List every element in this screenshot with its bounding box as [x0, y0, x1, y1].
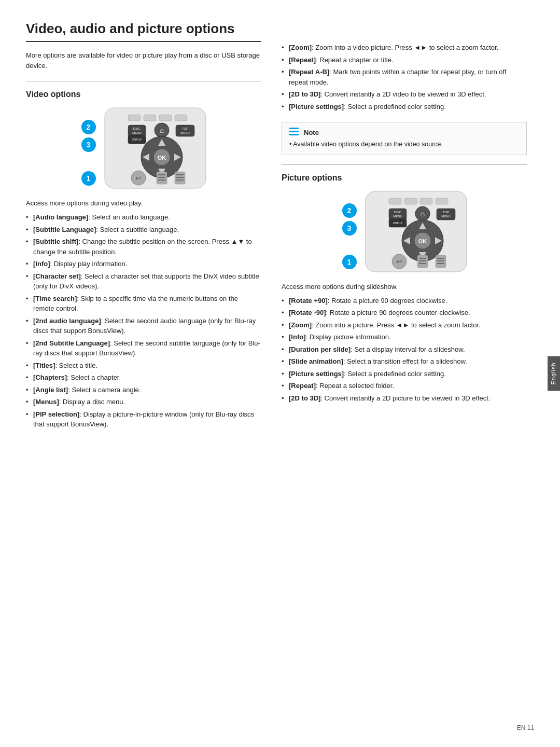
- list-item: [Titles]: Select a title.: [26, 359, 261, 372]
- option-key: [Repeat]: [289, 56, 316, 64]
- list-item: [2nd Subtitle Language]: Select the seco…: [26, 337, 261, 359]
- video-options-title: Video options: [26, 90, 261, 99]
- remote-svg: ⌂ DISC MENU POPUP TOP MENU: [76, 105, 211, 191]
- svg-text:⌂: ⌂: [159, 126, 163, 134]
- svg-text:DISC: DISC: [394, 211, 401, 214]
- option-key: [Menus]: [33, 398, 59, 406]
- option-key: [2D to 3D]: [289, 394, 320, 402]
- list-item: [Duration per slide]: Set a display inte…: [282, 343, 527, 356]
- list-item: [Subtitle shift]: Change the subtitle po…: [26, 236, 261, 258]
- note-text: • Available video options depend on the …: [289, 140, 519, 149]
- intro-text: More options are available for video or …: [26, 50, 261, 71]
- picture-access-text: Access more options during slideshow.: [282, 283, 527, 290]
- list-item: [PIP selection]: Display a picture-in-pi…: [26, 408, 261, 431]
- remote-svg-2: ⌂ DISC MENU POPUP TOP MENU OK: [337, 189, 472, 274]
- list-item: [Rotate -90]: Rotate a picture 90 degree…: [282, 307, 527, 319]
- badge-1b: 1: [342, 255, 357, 269]
- option-key: [2nd audio language]: [33, 317, 101, 325]
- svg-rect-35: [420, 198, 432, 204]
- option-key: [Audio language]: [33, 213, 88, 221]
- svg-text:POPUP: POPUP: [393, 222, 402, 225]
- list-item: [2nd audio language]: Select the second …: [26, 315, 261, 337]
- option-key: [Zoom]: [289, 321, 312, 329]
- list-item: [Repeat]: Repeat a selected folder.: [282, 380, 527, 392]
- svg-text:TOP: TOP: [442, 211, 449, 214]
- svg-rect-60: [436, 255, 446, 268]
- option-key: [Subtitle shift]: [33, 238, 78, 245]
- option-key: [Info]: [289, 333, 305, 341]
- svg-text:↩: ↩: [135, 174, 142, 182]
- badge-2: 2: [81, 120, 96, 134]
- list-item: [Rotate +90]: Rotate a picture 90 degree…: [282, 295, 527, 307]
- svg-text:POPUP: POPUP: [132, 138, 142, 141]
- svg-text:OK: OK: [418, 238, 427, 244]
- page-title: Video, audio and picture options: [26, 21, 261, 42]
- video-options-list: [Audio language]: Select an audio langua…: [26, 211, 261, 431]
- option-key: [Rotate +90]: [289, 297, 328, 305]
- section-divider-1: [26, 81, 261, 81]
- option-key: [2nd Subtitle Language]: [33, 339, 110, 347]
- list-item: [Time search]: Skip to a specific time v…: [26, 293, 261, 315]
- list-item: [2D to 3D]: Convert instantly a 2D pictu…: [282, 392, 527, 405]
- svg-text:↩: ↩: [396, 257, 402, 266]
- option-key: [Titles]: [33, 362, 55, 369]
- picture-options-list: [Rotate +90]: Rotate a picture 90 degree…: [282, 295, 527, 405]
- svg-text:MENU: MENU: [180, 131, 190, 134]
- svg-text:MENU: MENU: [393, 215, 402, 218]
- option-key: [Slide animation]: [289, 357, 343, 365]
- list-item: [Menus]: Display a disc menu.: [26, 396, 261, 408]
- section-divider-2: [282, 164, 527, 165]
- list-item: [2D to 3D]: Convert instantly a 2D video…: [282, 88, 527, 101]
- badge-1: 1: [81, 171, 96, 186]
- list-item: [Zoom]: Zoom into a picture. Press ◄► to…: [282, 319, 527, 331]
- badge-3: 3: [81, 137, 96, 152]
- option-key: [Rotate -90]: [289, 309, 326, 316]
- svg-text:TOP: TOP: [181, 127, 188, 130]
- svg-text:OK: OK: [157, 155, 166, 161]
- badge-3b: 3: [342, 221, 357, 236]
- svg-rect-34: [404, 198, 417, 204]
- page-footer: EN 11: [517, 724, 534, 731]
- option-key: [Subtitle Language]: [33, 226, 96, 233]
- list-item: [Chapters]: Select a chapter.: [26, 371, 261, 384]
- svg-text:⌂: ⌂: [420, 210, 424, 218]
- option-key: [PIP selection]: [33, 410, 79, 418]
- list-item: [Angle list]: Select a camera angle.: [26, 384, 261, 396]
- list-item: [Info]: Display play information.: [26, 258, 261, 270]
- list-item: [Info]: Display picture information.: [282, 331, 527, 343]
- svg-rect-4: [175, 115, 187, 121]
- note-icon: [289, 128, 301, 137]
- note-box: Note • Available video options depend on…: [282, 122, 527, 155]
- list-item: [Zoom]: Zoom into a video picture. Press…: [282, 42, 527, 54]
- option-key: [Zoom]: [289, 44, 312, 51]
- list-item: [Audio language]: Select an audio langua…: [26, 211, 261, 224]
- picture-options-title: Picture options: [282, 173, 527, 183]
- note-label: Note: [304, 129, 319, 136]
- option-key: [Info]: [33, 260, 50, 268]
- list-item: [Picture settings]: Select a predefined …: [282, 101, 527, 113]
- option-key: [2D to 3D]: [289, 90, 320, 98]
- svg-rect-56: [417, 255, 428, 268]
- svg-rect-3: [159, 115, 172, 121]
- svg-text:MENU: MENU: [132, 131, 142, 134]
- list-item: [Character set]: Select a character set …: [26, 270, 261, 293]
- option-key: [Repeat A-B]: [289, 68, 329, 76]
- svg-rect-36: [436, 198, 448, 204]
- list-item: [Slide animation]: Select a transition e…: [282, 355, 527, 368]
- option-key: [Repeat]: [289, 382, 316, 390]
- language-tab: English: [548, 356, 560, 391]
- video-access-text: Access more options during video play.: [26, 199, 261, 207]
- svg-rect-33: [389, 198, 401, 204]
- option-key: [Character set]: [33, 272, 81, 280]
- option-key: [Angle list]: [33, 386, 68, 394]
- svg-rect-24: [157, 172, 167, 184]
- svg-rect-28: [175, 172, 185, 184]
- option-key: [Chapters]: [33, 374, 67, 381]
- svg-rect-2: [144, 115, 156, 121]
- picture-remote-diagram: ⌂ DISC MENU POPUP TOP MENU OK: [282, 189, 527, 274]
- option-key: [Picture settings]: [289, 103, 344, 110]
- list-item: [Picture settings]: Select a predefined …: [282, 368, 527, 380]
- option-key: [Duration per slide]: [289, 345, 351, 353]
- option-key: [Picture settings]: [289, 370, 344, 378]
- badge-2b: 2: [342, 203, 357, 218]
